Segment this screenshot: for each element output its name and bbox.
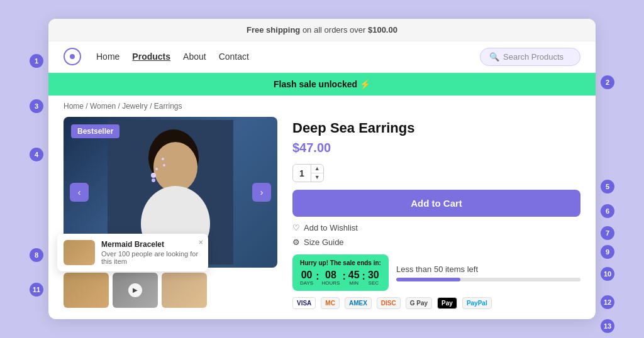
- google-pay-icon: G Pay: [406, 297, 432, 309]
- navbar: Home Products About Contact 🔍 Search Pro…: [48, 41, 596, 73]
- countdown-timer: 00 DAYS : 08 HOURS : 45 MIN: [300, 270, 381, 286]
- annotation-8: 8: [30, 248, 43, 262]
- popup-card: Mermaid Bracelet Over 100 people are loo…: [57, 234, 208, 271]
- popup-title: Mermaid Bracelet: [101, 240, 202, 249]
- svg-point-2: [153, 142, 197, 192]
- annotation-10: 10: [601, 267, 614, 281]
- annotation-12: 12: [601, 295, 614, 309]
- seconds-value: 30: [368, 270, 379, 280]
- minutes-segment: 45 MIN: [348, 270, 360, 286]
- days-value: 00: [300, 270, 313, 280]
- stock-text: Less than 50 items left: [396, 264, 580, 274]
- nav-links: Home Products About Contact: [96, 52, 249, 62]
- next-image-button[interactable]: ›: [252, 183, 271, 202]
- product-content: Bestseller ‹ › ▶ Mermaid Bracelet: [48, 117, 596, 320]
- thumbnail-1[interactable]: [64, 273, 109, 308]
- apple-pay-icon: Pay: [437, 297, 457, 309]
- visa-icon: VISA: [292, 297, 316, 309]
- payment-methods-row: VISA MC AMEX DISC G Pay Pay PayPal: [292, 297, 580, 309]
- popup-close-button[interactable]: ×: [198, 237, 203, 247]
- stock-bar-fill: [396, 278, 461, 281]
- sep-2: :: [342, 271, 345, 282]
- svg-point-5: [151, 173, 156, 178]
- product-detail: Deep Sea Earrings $47.00 1 ▲ ▼ Add to Ca…: [292, 117, 580, 310]
- wishlist-label: Add to Wishlist: [304, 223, 358, 232]
- search-icon: 🔍: [489, 52, 499, 62]
- size-guide-row[interactable]: ⚙ Size Guide: [292, 237, 580, 247]
- size-guide-label: Size Guide: [304, 237, 344, 247]
- product-price: $47.00: [292, 141, 580, 155]
- nav-about[interactable]: About: [183, 52, 206, 62]
- quantity-value: 1: [293, 166, 311, 181]
- popup-info: Mermaid Bracelet Over 100 people are loo…: [101, 240, 202, 265]
- days-segment: 00 DAYS: [300, 270, 313, 286]
- minutes-label: MIN: [348, 280, 360, 286]
- sep-3: :: [362, 271, 365, 282]
- nav-home[interactable]: Home: [96, 52, 119, 62]
- bestseller-badge: Bestseller: [71, 124, 119, 138]
- free-shipping-label: Free shipping: [247, 25, 300, 35]
- quantity-down[interactable]: ▼: [311, 173, 323, 182]
- stock-bar-background: [396, 278, 580, 281]
- seconds-label: SEC: [368, 280, 379, 286]
- size-guide-icon: ⚙: [292, 237, 300, 247]
- logo-dot: [70, 54, 75, 59]
- nav-products[interactable]: Products: [132, 52, 170, 62]
- annotation-5: 5: [601, 180, 614, 194]
- urgency-stock-row: Hurry up! The sale ends in: 00 DAYS : 08…: [292, 254, 580, 291]
- flash-sale-text: Flash sale unlocked ⚡: [274, 79, 370, 89]
- seconds-segment: 30 SEC: [368, 270, 379, 286]
- paypal-icon: PayPal: [462, 297, 492, 309]
- annotation-4: 4: [30, 148, 43, 161]
- site-logo[interactable]: [64, 48, 81, 65]
- top-bar-suffix: on all orders over: [303, 25, 368, 35]
- annotation-2: 2: [601, 75, 614, 89]
- svg-point-8: [162, 158, 164, 160]
- annotation-9: 9: [601, 245, 614, 259]
- search-placeholder: Search Products: [503, 52, 564, 62]
- search-bar[interactable]: 🔍 Search Products: [480, 48, 580, 66]
- add-to-wishlist-row[interactable]: ♡ Add to Wishlist: [292, 223, 580, 232]
- svg-point-9: [155, 168, 158, 170]
- annotation-3: 3: [30, 99, 43, 113]
- prev-image-button[interactable]: ‹: [70, 183, 89, 202]
- product-image-section: Bestseller ‹ › ▶ Mermaid Bracelet: [64, 117, 277, 310]
- svg-point-6: [152, 178, 155, 182]
- breadcrumb: Home / Women / Jewelry / Earrings: [48, 95, 596, 117]
- nav-contact[interactable]: Contact: [219, 52, 249, 62]
- stock-box: Less than 50 items left: [396, 264, 580, 281]
- top-bar-amount: $100.00: [368, 25, 397, 35]
- hours-label: HOURS: [322, 280, 340, 286]
- mastercard-icon: MC: [321, 297, 340, 309]
- minutes-value: 45: [348, 270, 360, 280]
- annotation-11: 11: [30, 283, 43, 297]
- annotation-13: 13: [601, 319, 614, 333]
- heart-icon: ♡: [292, 223, 300, 232]
- quantity-input[interactable]: 1 ▲ ▼: [292, 164, 324, 182]
- hours-value: 08: [322, 270, 340, 280]
- breadcrumb-path: Home / Women / Jewelry / Earrings: [64, 102, 182, 111]
- flash-sale-bar: Flash sale unlocked ⚡: [48, 73, 596, 95]
- annotation-1: 1: [30, 54, 43, 68]
- thumbnail-2[interactable]: ▶: [113, 273, 158, 308]
- quantity-up[interactable]: ▲: [311, 165, 323, 173]
- popup-image: [64, 240, 95, 265]
- top-bar: Free shipping on all orders over $100.00: [48, 19, 596, 41]
- days-label: DAYS: [300, 280, 313, 286]
- popup-description: Over 100 people are looking for this ite…: [101, 250, 202, 265]
- svg-point-7: [163, 164, 165, 166]
- product-title: Deep Sea Earrings: [292, 119, 580, 138]
- add-to-cart-button[interactable]: Add to Cart: [292, 190, 580, 217]
- discover-icon: DISC: [377, 297, 401, 309]
- annotation-7: 7: [601, 226, 614, 240]
- urgency-label: Hurry up! The sale ends in:: [300, 259, 381, 266]
- sep-1: :: [316, 271, 319, 282]
- quantity-arrows: ▲ ▼: [311, 165, 323, 182]
- play-button[interactable]: ▶: [128, 283, 142, 297]
- amex-icon: AMEX: [345, 297, 372, 309]
- main-container: Free shipping on all orders over $100.00…: [48, 19, 596, 320]
- thumbnail-row: ▶: [64, 273, 277, 308]
- countdown-box: Hurry up! The sale ends in: 00 DAYS : 08…: [292, 254, 389, 291]
- thumbnail-3[interactable]: [162, 273, 207, 308]
- annotation-6: 6: [601, 204, 614, 218]
